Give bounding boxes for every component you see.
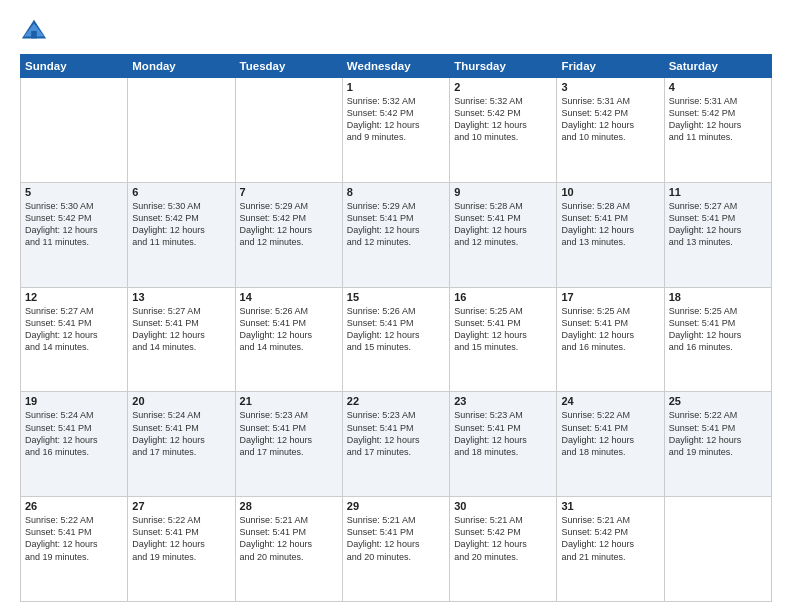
calendar-cell: 9Sunrise: 5:28 AM Sunset: 5:41 PM Daylig… <box>450 182 557 287</box>
days-header-row: SundayMondayTuesdayWednesdayThursdayFrid… <box>21 55 772 78</box>
calendar-cell <box>235 78 342 183</box>
calendar-cell: 17Sunrise: 5:25 AM Sunset: 5:41 PM Dayli… <box>557 287 664 392</box>
day-info: Sunrise: 5:21 AM Sunset: 5:41 PM Dayligh… <box>347 514 445 563</box>
calendar-cell: 21Sunrise: 5:23 AM Sunset: 5:41 PM Dayli… <box>235 392 342 497</box>
day-number: 26 <box>25 500 123 512</box>
day-number: 11 <box>669 186 767 198</box>
day-number: 18 <box>669 291 767 303</box>
day-number: 9 <box>454 186 552 198</box>
day-info: Sunrise: 5:22 AM Sunset: 5:41 PM Dayligh… <box>669 409 767 458</box>
logo-icon <box>20 16 48 44</box>
day-number: 21 <box>240 395 338 407</box>
calendar-cell: 7Sunrise: 5:29 AM Sunset: 5:42 PM Daylig… <box>235 182 342 287</box>
day-info: Sunrise: 5:32 AM Sunset: 5:42 PM Dayligh… <box>347 95 445 144</box>
day-info: Sunrise: 5:22 AM Sunset: 5:41 PM Dayligh… <box>132 514 230 563</box>
calendar-cell: 1Sunrise: 5:32 AM Sunset: 5:42 PM Daylig… <box>342 78 449 183</box>
calendar: SundayMondayTuesdayWednesdayThursdayFrid… <box>20 54 772 602</box>
day-number: 7 <box>240 186 338 198</box>
day-number: 3 <box>561 81 659 93</box>
day-info: Sunrise: 5:27 AM Sunset: 5:41 PM Dayligh… <box>25 305 123 354</box>
calendar-header: SundayMondayTuesdayWednesdayThursdayFrid… <box>21 55 772 78</box>
calendar-week-1: 1Sunrise: 5:32 AM Sunset: 5:42 PM Daylig… <box>21 78 772 183</box>
day-number: 17 <box>561 291 659 303</box>
day-info: Sunrise: 5:23 AM Sunset: 5:41 PM Dayligh… <box>240 409 338 458</box>
day-info: Sunrise: 5:26 AM Sunset: 5:41 PM Dayligh… <box>347 305 445 354</box>
page: SundayMondayTuesdayWednesdayThursdayFrid… <box>0 0 792 612</box>
day-info: Sunrise: 5:25 AM Sunset: 5:41 PM Dayligh… <box>454 305 552 354</box>
calendar-cell: 14Sunrise: 5:26 AM Sunset: 5:41 PM Dayli… <box>235 287 342 392</box>
day-info: Sunrise: 5:26 AM Sunset: 5:41 PM Dayligh… <box>240 305 338 354</box>
calendar-cell <box>128 78 235 183</box>
day-number: 5 <box>25 186 123 198</box>
calendar-cell: 10Sunrise: 5:28 AM Sunset: 5:41 PM Dayli… <box>557 182 664 287</box>
day-number: 1 <box>347 81 445 93</box>
calendar-cell: 11Sunrise: 5:27 AM Sunset: 5:41 PM Dayli… <box>664 182 771 287</box>
calendar-cell: 6Sunrise: 5:30 AM Sunset: 5:42 PM Daylig… <box>128 182 235 287</box>
day-number: 8 <box>347 186 445 198</box>
calendar-cell <box>664 497 771 602</box>
day-info: Sunrise: 5:27 AM Sunset: 5:41 PM Dayligh… <box>669 200 767 249</box>
calendar-week-4: 19Sunrise: 5:24 AM Sunset: 5:41 PM Dayli… <box>21 392 772 497</box>
day-info: Sunrise: 5:31 AM Sunset: 5:42 PM Dayligh… <box>561 95 659 144</box>
day-number: 28 <box>240 500 338 512</box>
day-info: Sunrise: 5:21 AM Sunset: 5:41 PM Dayligh… <box>240 514 338 563</box>
calendar-week-5: 26Sunrise: 5:22 AM Sunset: 5:41 PM Dayli… <box>21 497 772 602</box>
day-number: 16 <box>454 291 552 303</box>
day-number: 12 <box>25 291 123 303</box>
day-number: 27 <box>132 500 230 512</box>
calendar-cell: 29Sunrise: 5:21 AM Sunset: 5:41 PM Dayli… <box>342 497 449 602</box>
calendar-cell: 22Sunrise: 5:23 AM Sunset: 5:41 PM Dayli… <box>342 392 449 497</box>
day-info: Sunrise: 5:27 AM Sunset: 5:41 PM Dayligh… <box>132 305 230 354</box>
calendar-body: 1Sunrise: 5:32 AM Sunset: 5:42 PM Daylig… <box>21 78 772 602</box>
calendar-cell: 13Sunrise: 5:27 AM Sunset: 5:41 PM Dayli… <box>128 287 235 392</box>
day-info: Sunrise: 5:30 AM Sunset: 5:42 PM Dayligh… <box>25 200 123 249</box>
calendar-cell: 2Sunrise: 5:32 AM Sunset: 5:42 PM Daylig… <box>450 78 557 183</box>
svg-rect-2 <box>31 31 37 38</box>
calendar-cell: 18Sunrise: 5:25 AM Sunset: 5:41 PM Dayli… <box>664 287 771 392</box>
day-info: Sunrise: 5:21 AM Sunset: 5:42 PM Dayligh… <box>561 514 659 563</box>
day-info: Sunrise: 5:23 AM Sunset: 5:41 PM Dayligh… <box>347 409 445 458</box>
calendar-cell: 25Sunrise: 5:22 AM Sunset: 5:41 PM Dayli… <box>664 392 771 497</box>
calendar-cell: 23Sunrise: 5:23 AM Sunset: 5:41 PM Dayli… <box>450 392 557 497</box>
day-number: 29 <box>347 500 445 512</box>
day-header-saturday: Saturday <box>664 55 771 78</box>
day-info: Sunrise: 5:31 AM Sunset: 5:42 PM Dayligh… <box>669 95 767 144</box>
day-number: 31 <box>561 500 659 512</box>
day-info: Sunrise: 5:29 AM Sunset: 5:42 PM Dayligh… <box>240 200 338 249</box>
calendar-cell: 24Sunrise: 5:22 AM Sunset: 5:41 PM Dayli… <box>557 392 664 497</box>
day-header-tuesday: Tuesday <box>235 55 342 78</box>
day-number: 23 <box>454 395 552 407</box>
day-header-sunday: Sunday <box>21 55 128 78</box>
calendar-cell <box>21 78 128 183</box>
day-number: 13 <box>132 291 230 303</box>
logo <box>20 16 52 44</box>
day-number: 6 <box>132 186 230 198</box>
day-number: 22 <box>347 395 445 407</box>
day-info: Sunrise: 5:21 AM Sunset: 5:42 PM Dayligh… <box>454 514 552 563</box>
day-number: 19 <box>25 395 123 407</box>
calendar-cell: 30Sunrise: 5:21 AM Sunset: 5:42 PM Dayli… <box>450 497 557 602</box>
header <box>20 16 772 44</box>
calendar-cell: 27Sunrise: 5:22 AM Sunset: 5:41 PM Dayli… <box>128 497 235 602</box>
day-number: 4 <box>669 81 767 93</box>
day-header-friday: Friday <box>557 55 664 78</box>
calendar-cell: 4Sunrise: 5:31 AM Sunset: 5:42 PM Daylig… <box>664 78 771 183</box>
day-header-monday: Monday <box>128 55 235 78</box>
day-info: Sunrise: 5:25 AM Sunset: 5:41 PM Dayligh… <box>669 305 767 354</box>
calendar-cell: 12Sunrise: 5:27 AM Sunset: 5:41 PM Dayli… <box>21 287 128 392</box>
day-number: 30 <box>454 500 552 512</box>
day-info: Sunrise: 5:22 AM Sunset: 5:41 PM Dayligh… <box>561 409 659 458</box>
day-header-wednesday: Wednesday <box>342 55 449 78</box>
day-info: Sunrise: 5:28 AM Sunset: 5:41 PM Dayligh… <box>454 200 552 249</box>
calendar-cell: 19Sunrise: 5:24 AM Sunset: 5:41 PM Dayli… <box>21 392 128 497</box>
day-info: Sunrise: 5:23 AM Sunset: 5:41 PM Dayligh… <box>454 409 552 458</box>
day-number: 10 <box>561 186 659 198</box>
day-info: Sunrise: 5:24 AM Sunset: 5:41 PM Dayligh… <box>25 409 123 458</box>
calendar-week-3: 12Sunrise: 5:27 AM Sunset: 5:41 PM Dayli… <box>21 287 772 392</box>
calendar-cell: 28Sunrise: 5:21 AM Sunset: 5:41 PM Dayli… <box>235 497 342 602</box>
calendar-cell: 16Sunrise: 5:25 AM Sunset: 5:41 PM Dayli… <box>450 287 557 392</box>
day-number: 24 <box>561 395 659 407</box>
calendar-cell: 31Sunrise: 5:21 AM Sunset: 5:42 PM Dayli… <box>557 497 664 602</box>
calendar-cell: 8Sunrise: 5:29 AM Sunset: 5:41 PM Daylig… <box>342 182 449 287</box>
calendar-cell: 20Sunrise: 5:24 AM Sunset: 5:41 PM Dayli… <box>128 392 235 497</box>
